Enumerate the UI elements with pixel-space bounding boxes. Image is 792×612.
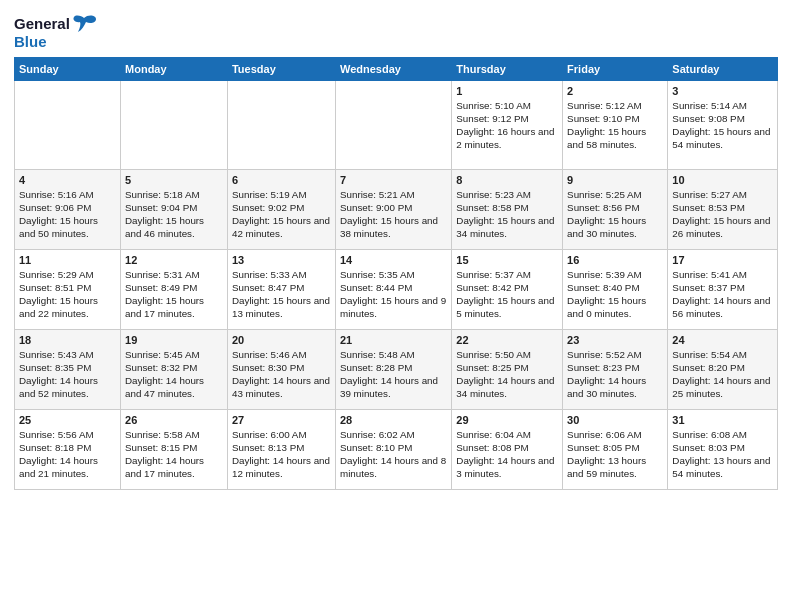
calendar-header-tuesday: Tuesday <box>227 57 335 80</box>
day-info: Sunrise: 6:02 AM Sunset: 8:10 PM Dayligh… <box>340 428 447 481</box>
logo-bird-icon <box>70 10 98 38</box>
calendar-cell <box>121 80 228 169</box>
empty-day <box>340 85 447 165</box>
calendar-cell: 10 Sunrise: 5:27 AM Sunset: 8:53 PM Dayl… <box>668 169 778 249</box>
day-info: Sunrise: 5:45 AM Sunset: 8:32 PM Dayligh… <box>125 348 223 401</box>
calendar-cell: 16 Sunrise: 5:39 AM Sunset: 8:40 PM Dayl… <box>563 249 668 329</box>
day-info: Sunrise: 5:10 AM Sunset: 9:12 PM Dayligh… <box>456 99 558 152</box>
day-number: 9 <box>567 174 663 186</box>
header: General Blue <box>14 10 778 51</box>
day-number: 8 <box>456 174 558 186</box>
day-number: 13 <box>232 254 331 266</box>
calendar-cell: 27 Sunrise: 6:00 AM Sunset: 8:13 PM Dayl… <box>227 409 335 489</box>
calendar-cell: 13 Sunrise: 5:33 AM Sunset: 8:47 PM Dayl… <box>227 249 335 329</box>
calendar-cell: 6 Sunrise: 5:19 AM Sunset: 9:02 PM Dayli… <box>227 169 335 249</box>
calendar-cell: 20 Sunrise: 5:46 AM Sunset: 8:30 PM Dayl… <box>227 329 335 409</box>
day-number: 15 <box>456 254 558 266</box>
calendar-cell <box>335 80 451 169</box>
day-info: Sunrise: 5:12 AM Sunset: 9:10 PM Dayligh… <box>567 99 663 152</box>
day-number: 19 <box>125 334 223 346</box>
calendar-cell: 11 Sunrise: 5:29 AM Sunset: 8:51 PM Dayl… <box>15 249 121 329</box>
calendar-header-wednesday: Wednesday <box>335 57 451 80</box>
day-info: Sunrise: 5:56 AM Sunset: 8:18 PM Dayligh… <box>19 428 116 481</box>
day-number: 24 <box>672 334 773 346</box>
day-info: Sunrise: 5:18 AM Sunset: 9:04 PM Dayligh… <box>125 188 223 241</box>
calendar-cell: 30 Sunrise: 6:06 AM Sunset: 8:05 PM Dayl… <box>563 409 668 489</box>
day-number: 5 <box>125 174 223 186</box>
calendar-header-row: SundayMondayTuesdayWednesdayThursdayFrid… <box>15 57 778 80</box>
calendar-week-row: 18 Sunrise: 5:43 AM Sunset: 8:35 PM Dayl… <box>15 329 778 409</box>
calendar-header-thursday: Thursday <box>452 57 563 80</box>
day-info: Sunrise: 5:19 AM Sunset: 9:02 PM Dayligh… <box>232 188 331 241</box>
day-number: 30 <box>567 414 663 426</box>
day-info: Sunrise: 5:54 AM Sunset: 8:20 PM Dayligh… <box>672 348 773 401</box>
day-number: 2 <box>567 85 663 97</box>
day-number: 16 <box>567 254 663 266</box>
day-number: 23 <box>567 334 663 346</box>
calendar-cell: 2 Sunrise: 5:12 AM Sunset: 9:10 PM Dayli… <box>563 80 668 169</box>
calendar-cell: 29 Sunrise: 6:04 AM Sunset: 8:08 PM Dayl… <box>452 409 563 489</box>
day-info: Sunrise: 5:23 AM Sunset: 8:58 PM Dayligh… <box>456 188 558 241</box>
day-number: 11 <box>19 254 116 266</box>
calendar-cell: 12 Sunrise: 5:31 AM Sunset: 8:49 PM Dayl… <box>121 249 228 329</box>
calendar-week-row: 4 Sunrise: 5:16 AM Sunset: 9:06 PM Dayli… <box>15 169 778 249</box>
calendar-week-row: 11 Sunrise: 5:29 AM Sunset: 8:51 PM Dayl… <box>15 249 778 329</box>
calendar-week-row: 25 Sunrise: 5:56 AM Sunset: 8:18 PM Dayl… <box>15 409 778 489</box>
calendar-cell: 19 Sunrise: 5:45 AM Sunset: 8:32 PM Dayl… <box>121 329 228 409</box>
calendar-cell: 5 Sunrise: 5:18 AM Sunset: 9:04 PM Dayli… <box>121 169 228 249</box>
calendar-week-row: 1 Sunrise: 5:10 AM Sunset: 9:12 PM Dayli… <box>15 80 778 169</box>
calendar-cell: 25 Sunrise: 5:56 AM Sunset: 8:18 PM Dayl… <box>15 409 121 489</box>
day-number: 7 <box>340 174 447 186</box>
day-number: 17 <box>672 254 773 266</box>
calendar-cell <box>227 80 335 169</box>
day-info: Sunrise: 5:25 AM Sunset: 8:56 PM Dayligh… <box>567 188 663 241</box>
day-info: Sunrise: 5:33 AM Sunset: 8:47 PM Dayligh… <box>232 268 331 321</box>
main-container: General Blue SundayMondayTuesdayWednesda… <box>0 0 792 500</box>
day-number: 25 <box>19 414 116 426</box>
day-number: 26 <box>125 414 223 426</box>
day-info: Sunrise: 5:41 AM Sunset: 8:37 PM Dayligh… <box>672 268 773 321</box>
calendar-cell: 18 Sunrise: 5:43 AM Sunset: 8:35 PM Dayl… <box>15 329 121 409</box>
day-number: 22 <box>456 334 558 346</box>
day-number: 12 <box>125 254 223 266</box>
day-number: 1 <box>456 85 558 97</box>
day-info: Sunrise: 5:31 AM Sunset: 8:49 PM Dayligh… <box>125 268 223 321</box>
day-number: 27 <box>232 414 331 426</box>
logo-text-general: General <box>14 16 70 33</box>
day-info: Sunrise: 6:04 AM Sunset: 8:08 PM Dayligh… <box>456 428 558 481</box>
day-info: Sunrise: 5:37 AM Sunset: 8:42 PM Dayligh… <box>456 268 558 321</box>
day-info: Sunrise: 5:48 AM Sunset: 8:28 PM Dayligh… <box>340 348 447 401</box>
empty-day <box>232 85 331 165</box>
day-number: 20 <box>232 334 331 346</box>
empty-day <box>125 85 223 165</box>
day-info: Sunrise: 5:35 AM Sunset: 8:44 PM Dayligh… <box>340 268 447 321</box>
day-number: 14 <box>340 254 447 266</box>
day-info: Sunrise: 5:21 AM Sunset: 9:00 PM Dayligh… <box>340 188 447 241</box>
calendar-cell: 23 Sunrise: 5:52 AM Sunset: 8:23 PM Dayl… <box>563 329 668 409</box>
day-info: Sunrise: 5:50 AM Sunset: 8:25 PM Dayligh… <box>456 348 558 401</box>
day-info: Sunrise: 5:58 AM Sunset: 8:15 PM Dayligh… <box>125 428 223 481</box>
calendar-header-saturday: Saturday <box>668 57 778 80</box>
calendar-cell: 1 Sunrise: 5:10 AM Sunset: 9:12 PM Dayli… <box>452 80 563 169</box>
calendar-cell: 14 Sunrise: 5:35 AM Sunset: 8:44 PM Dayl… <box>335 249 451 329</box>
calendar-header-friday: Friday <box>563 57 668 80</box>
calendar-cell: 21 Sunrise: 5:48 AM Sunset: 8:28 PM Dayl… <box>335 329 451 409</box>
day-number: 28 <box>340 414 447 426</box>
day-info: Sunrise: 6:00 AM Sunset: 8:13 PM Dayligh… <box>232 428 331 481</box>
calendar-header-monday: Monday <box>121 57 228 80</box>
day-number: 31 <box>672 414 773 426</box>
calendar-cell <box>15 80 121 169</box>
calendar-cell: 26 Sunrise: 5:58 AM Sunset: 8:15 PM Dayl… <box>121 409 228 489</box>
day-number: 29 <box>456 414 558 426</box>
calendar-cell: 31 Sunrise: 6:08 AM Sunset: 8:03 PM Dayl… <box>668 409 778 489</box>
calendar-cell: 17 Sunrise: 5:41 AM Sunset: 8:37 PM Dayl… <box>668 249 778 329</box>
day-info: Sunrise: 6:08 AM Sunset: 8:03 PM Dayligh… <box>672 428 773 481</box>
day-number: 18 <box>19 334 116 346</box>
calendar-cell: 24 Sunrise: 5:54 AM Sunset: 8:20 PM Dayl… <box>668 329 778 409</box>
calendar-cell: 3 Sunrise: 5:14 AM Sunset: 9:08 PM Dayli… <box>668 80 778 169</box>
calendar-cell: 9 Sunrise: 5:25 AM Sunset: 8:56 PM Dayli… <box>563 169 668 249</box>
day-number: 21 <box>340 334 447 346</box>
calendar-cell: 8 Sunrise: 5:23 AM Sunset: 8:58 PM Dayli… <box>452 169 563 249</box>
day-info: Sunrise: 5:16 AM Sunset: 9:06 PM Dayligh… <box>19 188 116 241</box>
day-info: Sunrise: 5:14 AM Sunset: 9:08 PM Dayligh… <box>672 99 773 152</box>
